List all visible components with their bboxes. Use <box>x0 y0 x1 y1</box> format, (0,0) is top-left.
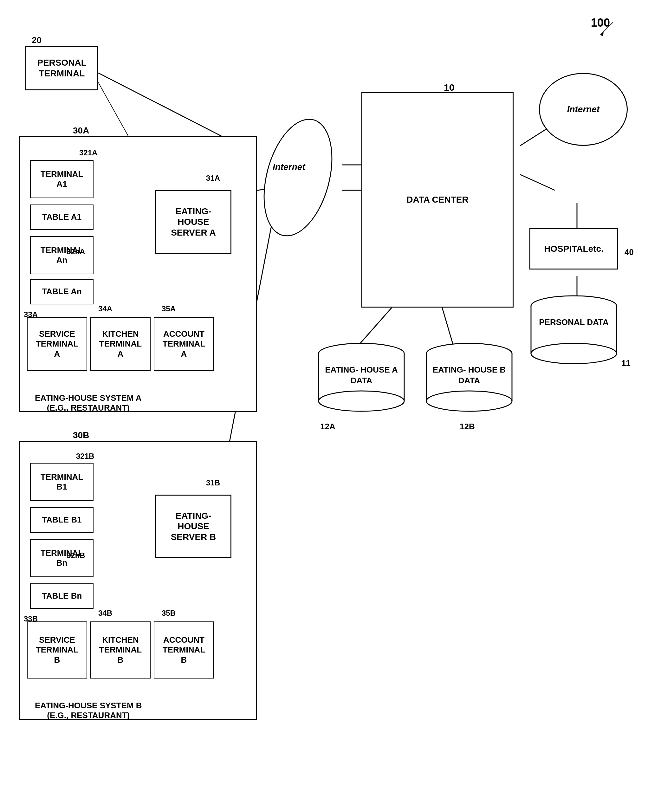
internet-label-right: Internet <box>567 104 600 115</box>
terminal-b1-box: TERMINAL B1 <box>30 463 93 501</box>
personal-terminal-label: PERSONAL TERMINAL <box>37 57 86 79</box>
table-b1-label: TABLE B1 <box>42 515 81 525</box>
svg-point-33 <box>531 344 617 364</box>
table-bn-box: TABLE Bn <box>30 583 93 609</box>
ref-321a: 321A <box>79 148 97 158</box>
svg-point-38 <box>319 391 404 411</box>
ref-20: 20 <box>32 35 41 46</box>
kitchen-terminal-a-box: KITCHEN TERMINAL A <box>90 317 151 371</box>
ref-32nb: 32nB <box>66 551 85 560</box>
eating-house-b-data-label: EATING- HOUSE B DATA <box>425 365 514 386</box>
table-a1-label: TABLE A1 <box>42 212 81 222</box>
table-an-label: TABLE An <box>42 287 82 296</box>
internet-label-left: Internet <box>273 162 305 173</box>
ref-35b: 35B <box>162 609 176 618</box>
service-terminal-a-label: SERVICE TERMINAL A <box>36 329 78 359</box>
kitchen-terminal-a-label: KITCHEN TERMINAL A <box>99 329 142 359</box>
account-terminal-a-label: ACCOUNT TERMINAL A <box>163 329 205 359</box>
terminal-a1-label: TERMINAL A1 <box>41 169 83 189</box>
table-an-box: TABLE An <box>30 279 93 304</box>
data-center-label: DATA CENTER <box>407 194 468 205</box>
hospital-box: HOSPITALetc. <box>529 228 618 269</box>
personal-terminal-box: PERSONAL TERMINAL <box>25 46 98 90</box>
ref-34b: 34B <box>98 609 112 618</box>
server-a-label: EATING- HOUSE SERVER A <box>171 206 216 238</box>
account-terminal-b-box: ACCOUNT TERMINAL B <box>154 621 214 679</box>
ref-30a: 30A <box>73 125 89 136</box>
ref-30b: 30B <box>73 430 89 441</box>
eating-house-system-a-label: EATING-HOUSE SYSTEM A (E.G., RESTAURANT) <box>35 393 142 413</box>
internet-oval-right: Internet <box>539 73 628 146</box>
table-bn-label: TABLE Bn <box>42 591 82 601</box>
terminal-b1-label: TERMINAL B1 <box>41 472 83 492</box>
ref-35a: 35A <box>162 304 176 314</box>
ref-12b: 12B <box>460 422 475 432</box>
kitchen-terminal-b-box: KITCHEN TERMINAL B <box>90 621 151 679</box>
personal-data-label: PERSONAL DATA <box>529 317 618 328</box>
ref-321b: 321B <box>76 452 94 461</box>
service-terminal-b-label: SERVICE TERMINAL B <box>36 635 78 665</box>
ref-33b: 33B <box>24 614 38 624</box>
account-terminal-b-label: ACCOUNT TERMINAL B <box>163 635 205 665</box>
data-center-box: DATA CENTER <box>362 92 514 307</box>
server-b-label: EATING- HOUSE SERVER B <box>171 510 216 543</box>
personal-data-cylinder: PERSONAL DATA <box>529 295 618 365</box>
ref-40: 40 <box>624 247 634 257</box>
table-b1-box: TABLE B1 <box>30 507 93 533</box>
ref-33a: 33A <box>24 310 38 319</box>
hospital-label: HOSPITALetc. <box>544 244 604 254</box>
table-a1-box: TABLE A1 <box>30 204 93 230</box>
ref-34a: 34A <box>98 304 112 314</box>
eating-house-server-a-box: EATING- HOUSE SERVER A <box>155 190 231 254</box>
internet-oval-left <box>252 111 344 244</box>
eating-house-b-data-cylinder: EATING- HOUSE B DATA <box>425 342 514 412</box>
svg-line-27 <box>601 22 613 35</box>
account-terminal-a-box: ACCOUNT TERMINAL A <box>154 317 214 371</box>
ref-31b: 31B <box>206 478 220 488</box>
eating-house-system-b-label: EATING-HOUSE SYSTEM B (E.G., RESTAURANT) <box>35 701 142 721</box>
eating-house-server-b-box: EATING- HOUSE SERVER B <box>155 495 231 558</box>
ref-11: 11 <box>621 358 630 368</box>
terminal-a1-box: TERMINAL A1 <box>30 160 93 198</box>
ref-32na: 32nA <box>66 247 85 256</box>
eating-house-a-data-label: EATING- HOUSE A DATA <box>317 365 406 386</box>
svg-line-0 <box>98 73 222 136</box>
ref-10: 10 <box>444 82 454 93</box>
service-terminal-b-box: SERVICE TERMINAL B <box>27 621 87 679</box>
service-terminal-a-box: SERVICE TERMINAL A <box>27 317 87 371</box>
svg-line-10 <box>520 174 555 190</box>
svg-point-43 <box>426 391 512 411</box>
ref-31a: 31A <box>206 174 220 183</box>
eating-house-a-data-cylinder: EATING- HOUSE A DATA <box>317 342 406 412</box>
kitchen-terminal-b-label: KITCHEN TERMINAL B <box>99 635 142 665</box>
ref-12a: 12A <box>320 422 335 432</box>
